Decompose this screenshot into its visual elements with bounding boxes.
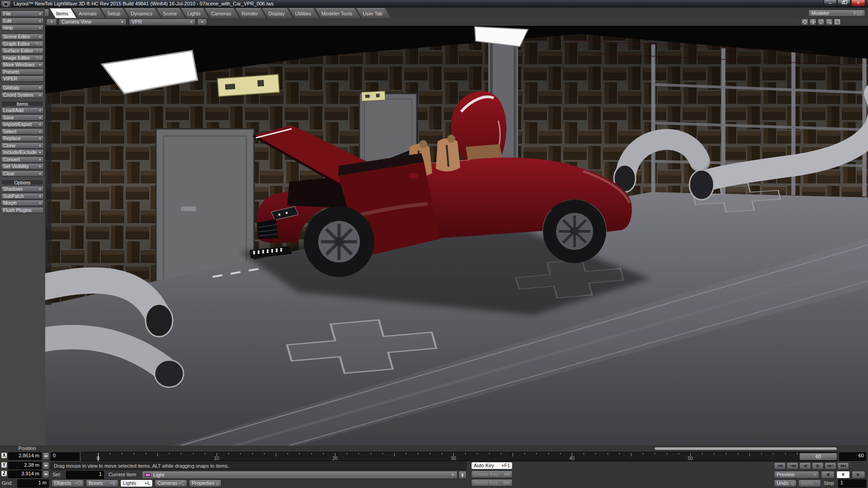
sidebar-item-graph-editor[interactable]: Graph Editor^F2 [1, 41, 44, 47]
tab-items[interactable]: Items [50, 8, 76, 18]
sidebar-item-convert[interactable]: Convert▼ [1, 156, 44, 163]
axis-y-button[interactable]: Y [1, 462, 7, 468]
tab-render[interactable]: Render [236, 8, 266, 18]
sidebar-item-flush-plugins[interactable]: Flush Plugins [1, 207, 44, 213]
delete-key-button[interactable]: Delete Keydel [471, 479, 513, 487]
sidebar-item-viper[interactable]: VIPER [1, 75, 44, 82]
axis-x-button[interactable]: X [1, 452, 7, 459]
tab-user-tab[interactable]: User Tab [356, 8, 391, 18]
sidebar-item-surface-editor[interactable]: Surface Editor^F3 [1, 47, 44, 54]
objects-button[interactable]: Objects+O [52, 479, 84, 487]
spinner-icon[interactable]: ◀▶ [42, 470, 49, 478]
modeler-button[interactable]: Modeler F12 [808, 9, 865, 17]
sidebar-item-more-windows[interactable]: More Windows▼ [1, 61, 44, 68]
sidebar-item-replace[interactable]: Replace▼ [1, 135, 44, 141]
sidebar-item-help[interactable]: Help▼ [1, 24, 44, 31]
shortcut-label: +C [178, 480, 184, 487]
viewport-render[interactable] [45, 26, 868, 446]
shortcut-label: ^F3 [34, 48, 42, 53]
sidebar-item-coord-system[interactable]: Coord System▼ [1, 92, 44, 98]
sidebar-item-globals[interactable]: Globals▼ [1, 84, 44, 91]
view-mode-dropdown[interactable]: Camera View ▼ [59, 19, 127, 25]
sidebar-item-edit[interactable]: Edit▼ [1, 18, 44, 24]
restore-button[interactable] [837, 0, 850, 6]
lights-button[interactable]: Lights+L [120, 479, 153, 487]
go-first-frame-button[interactable]: |◀◀ [774, 462, 786, 469]
sidebar-item-scene-editor[interactable]: Scene Editor▼ [1, 33, 44, 40]
sidebar-item-file[interactable]: File▼ [1, 10, 44, 17]
close-button[interactable]: × [851, 0, 865, 6]
render-mode-dropdown[interactable]: VPR ▼ [129, 19, 196, 25]
bones-button[interactable]: Bones+B [86, 479, 118, 487]
current-frame-field[interactable]: 0 [51, 452, 80, 461]
sidebar-item-shadows[interactable]: Shadows▼ [1, 186, 44, 192]
sidebar-item-include-exclude[interactable]: Include/Exclude▼ [1, 149, 44, 155]
tab-setup[interactable]: Setup [101, 8, 128, 18]
end-frame-field[interactable]: 60 [839, 452, 866, 461]
auto-key-button[interactable]: Auto Key+F1 [471, 462, 513, 469]
minimize-button[interactable]: – [824, 0, 837, 6]
rotate-icon[interactable] [817, 19, 825, 25]
item-lock-button[interactable]: ▮ [458, 471, 467, 479]
position-y-field[interactable]: 2.38 m [8, 462, 42, 469]
center-item-icon[interactable] [801, 19, 808, 25]
redo-button[interactable]: Redo [798, 479, 821, 487]
step-field[interactable]: 1 [838, 479, 866, 488]
grid-size-field[interactable]: 1 m [17, 479, 49, 488]
position-z-field[interactable]: 3.914 m [8, 470, 42, 478]
viewport-extra-dropdown[interactable]: ▼ [197, 19, 207, 25]
next-frame-button[interactable]: ||▶ [812, 462, 824, 469]
sidebar-item-import-export[interactable]: Import/Export▼ [1, 121, 44, 127]
play-reverse-button[interactable]: ◀ [821, 471, 835, 479]
current-frame-marker[interactable] [98, 453, 99, 461]
create-key-button[interactable]: Create Keyret [471, 470, 513, 478]
position-x-field[interactable]: 2.8614 m [8, 452, 42, 460]
current-item-dropdown[interactable]: Light ▼ [142, 471, 458, 479]
tab-modeler-tools[interactable]: Modeler Tools [315, 8, 360, 18]
properties-button[interactable]: Propertiesp [189, 479, 222, 487]
next-keyframe-button[interactable]: ▶▶+ [825, 462, 836, 469]
maximize-pane-icon[interactable] [834, 19, 841, 25]
tab-lights[interactable]: Lights [181, 8, 209, 18]
sidebar-item-set-visibility[interactable]: Set Visibility▼ [1, 163, 44, 169]
sidebar-header-items: Items [1, 101, 44, 107]
go-last-frame-button[interactable]: ▶▶| [837, 462, 849, 469]
viewport-menu-button[interactable]: ▼ [46, 19, 57, 25]
sidebar-item-subpatch[interactable]: SubPatch▼ [1, 193, 44, 199]
tab-display[interactable]: Display [262, 8, 293, 18]
tab-scene[interactable]: Scene [156, 8, 185, 18]
ruler-tick [394, 453, 395, 456]
ruler-tick [134, 453, 134, 455]
undo-button[interactable]: Undo u [774, 479, 797, 487]
ruler-tick [726, 453, 726, 455]
move-icon[interactable] [809, 19, 816, 25]
prev-frame-button[interactable]: ◀|| [799, 462, 811, 469]
sidebar-item-presets[interactable]: Presets [1, 69, 44, 75]
spinner-icon[interactable]: ◀▶ [42, 452, 49, 460]
sidebar-item-clear[interactable]: Clear▼ [1, 170, 44, 177]
cameras-button[interactable]: Cameras+C [155, 479, 187, 487]
pause-button[interactable]: II [836, 471, 850, 479]
tab-dynamics[interactable]: Dynamics [124, 8, 160, 18]
timeline-scrollbar[interactable] [654, 447, 837, 450]
prev-keyframe-button[interactable]: +◀◀ [787, 462, 798, 469]
sidebar-item-morph[interactable]: Morph▼ [1, 200, 44, 206]
play-forward-button[interactable]: ▶ [852, 471, 865, 479]
sidebar-item-clone[interactable]: Clone▼ [1, 142, 44, 149]
sidebar-item-load-add[interactable]: Load/Add▼ [1, 107, 44, 113]
sidebar-item-save[interactable]: Save▼ [1, 114, 44, 121]
preview-dropdown[interactable]: Preview ▼ [774, 471, 819, 479]
tab-animate[interactable]: Animate [72, 8, 105, 18]
axis-z-button[interactable]: Z [1, 470, 7, 477]
bottom-panel: Position X2.8614 m◀▶Y2.38 m◀▶Z3.914 m◀▶ … [0, 446, 868, 488]
tab-cameras[interactable]: Cameras [205, 8, 240, 18]
tab-utilities[interactable]: Utilities [289, 8, 319, 18]
ruler-tick [584, 453, 584, 455]
sidebar-item-select[interactable]: Select▼ [1, 128, 44, 135]
ruler-tick [146, 453, 146, 455]
spinner-icon[interactable]: ◀▶ [42, 462, 49, 469]
timeline-range-handle[interactable]: 60 [799, 453, 837, 460]
sidebar-item-image-editor[interactable]: Image Editor^F4 [1, 55, 44, 61]
timeline-ruler[interactable]: 01020304050 [81, 452, 837, 461]
zoom-icon[interactable] [826, 19, 833, 25]
